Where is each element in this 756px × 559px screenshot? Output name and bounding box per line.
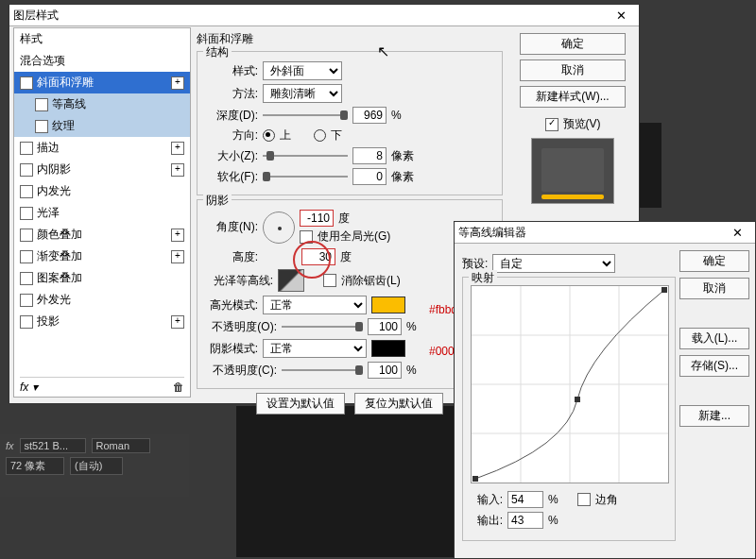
- curve-input-field[interactable]: [507, 491, 543, 508]
- outer-glow-item[interactable]: 外发光: [14, 289, 190, 311]
- hilite-color-swatch[interactable]: [371, 296, 405, 313]
- checkbox-icon[interactable]: [20, 142, 33, 155]
- fx-icon[interactable]: fx ▾: [20, 381, 38, 394]
- styles-list: 样式 混合选项 斜面和浮雕+ 等高线 纹理 描边+ 内阴影+ 内发光 光泽 颜色…: [13, 27, 191, 398]
- texture-item[interactable]: 纹理: [14, 115, 190, 137]
- plus-icon[interactable]: +: [171, 229, 184, 242]
- depth-input[interactable]: [352, 107, 387, 124]
- preview-checkbox[interactable]: [545, 118, 558, 131]
- satin-item[interactable]: 光泽: [14, 202, 190, 224]
- close-icon[interactable]: ✕: [607, 8, 635, 23]
- color-overlay-item[interactable]: 颜色叠加+: [14, 224, 190, 246]
- checkbox-icon[interactable]: [20, 185, 33, 198]
- svg-rect-6: [472, 476, 478, 482]
- corner-checkbox[interactable]: [577, 493, 591, 506]
- curve-output-field[interactable]: [507, 512, 543, 529]
- technique-select[interactable]: 雕刻清晰: [263, 84, 342, 103]
- window-title: 图层样式: [13, 8, 607, 24]
- contour-editor-dialog: 等高线编辑器 ✕ 预设:自定 映射 输入:%边角 输出:% 确定 取消 载入(L…: [454, 221, 756, 559]
- preset-select[interactable]: 自定: [492, 254, 615, 273]
- pattern-overlay-item[interactable]: 图案叠加: [14, 267, 190, 289]
- style-select[interactable]: 外斜面: [263, 61, 342, 80]
- size-slider[interactable]: [263, 149, 348, 162]
- fx-icon[interactable]: fx: [6, 440, 14, 451]
- font-weight-select[interactable]: Roman: [92, 438, 150, 453]
- direction-down-radio[interactable]: [314, 129, 326, 142]
- inner-shadow-item[interactable]: 内阴影+: [14, 159, 190, 180]
- plus-icon[interactable]: +: [171, 250, 184, 263]
- size-input[interactable]: [352, 147, 387, 164]
- curve-canvas[interactable]: [471, 285, 669, 483]
- titlebar: 图层样式 ✕: [9, 5, 639, 26]
- hilite-opacity-slider[interactable]: [282, 320, 363, 333]
- plus-icon[interactable]: +: [171, 142, 184, 155]
- plus-icon[interactable]: +: [171, 76, 184, 90]
- gradient-overlay-item[interactable]: 渐变叠加+: [14, 246, 190, 267]
- svg-rect-7: [575, 397, 580, 402]
- contour-item[interactable]: 等高线: [14, 93, 190, 115]
- soften-slider[interactable]: [263, 170, 348, 183]
- font-family-select[interactable]: st521 B...: [20, 438, 86, 453]
- checkbox-icon[interactable]: [20, 250, 33, 263]
- structure-group: 结构 样式:外斜面 方法:雕刻清晰 深度(D):% 方向:上下 大小(Z):像素…: [197, 51, 503, 195]
- ok-button[interactable]: 确定: [520, 33, 626, 55]
- set-default-button[interactable]: 设置为默认值: [256, 393, 345, 415]
- hilite-mode-select[interactable]: 正常: [263, 296, 367, 314]
- svg-rect-8: [662, 287, 667, 293]
- checkbox-icon[interactable]: [35, 98, 48, 111]
- new-style-button[interactable]: 新建样式(W)...: [520, 86, 626, 108]
- antialias-checkbox[interactable]: [323, 274, 336, 287]
- soften-input[interactable]: [352, 168, 387, 185]
- checkbox-icon[interactable]: [35, 120, 48, 133]
- cancel-button[interactable]: 取消: [520, 59, 626, 81]
- plus-icon[interactable]: +: [171, 315, 184, 329]
- mapping-group: 映射 输入:%边角 输出:%: [462, 277, 676, 541]
- checkbox-icon[interactable]: [20, 76, 33, 90]
- annotation-circle: [293, 241, 331, 279]
- cancel-button[interactable]: 取消: [679, 278, 749, 299]
- aa-select[interactable]: (自动): [70, 457, 123, 475]
- inner-glow-item[interactable]: 内发光: [14, 180, 190, 202]
- load-button[interactable]: 载入(L)...: [679, 328, 749, 349]
- char-panel: fx st521 B... Roman 72 像素 (自动): [0, 434, 189, 497]
- angle-dial[interactable]: [263, 212, 295, 244]
- trash-icon[interactable]: 🗑: [173, 381, 184, 394]
- checkbox-icon[interactable]: [20, 163, 33, 177]
- bevel-emboss-item[interactable]: 斜面和浮雕+: [14, 72, 190, 93]
- shadow-opacity-input[interactable]: [368, 362, 402, 379]
- plus-icon[interactable]: +: [171, 163, 184, 177]
- close-icon[interactable]: ✕: [723, 226, 751, 240]
- ok-button[interactable]: 确定: [679, 250, 749, 272]
- angle-input[interactable]: [300, 210, 334, 227]
- checkbox-icon[interactable]: [20, 229, 33, 242]
- window-title: 等高线编辑器: [458, 225, 723, 241]
- checkbox-icon[interactable]: [20, 294, 33, 307]
- direction-up-radio[interactable]: [263, 129, 275, 142]
- preview-thumbnail: [531, 138, 614, 204]
- shadow-opacity-slider[interactable]: [282, 364, 363, 377]
- new-button[interactable]: 新建...: [679, 405, 749, 427]
- bevel-title: 斜面和浮雕: [197, 31, 503, 47]
- shadow-color-swatch[interactable]: [371, 340, 405, 357]
- cursor-icon: ↖: [377, 42, 389, 60]
- checkbox-icon[interactable]: [20, 315, 33, 329]
- styles-header[interactable]: 样式: [14, 28, 190, 50]
- shadow-mode-select[interactable]: 正常: [263, 339, 367, 358]
- blend-options-item[interactable]: 混合选项: [14, 50, 190, 72]
- drop-shadow-item[interactable]: 投影+: [14, 311, 190, 332]
- depth-slider[interactable]: [263, 109, 348, 122]
- hilite-opacity-input[interactable]: [368, 318, 402, 335]
- save-button[interactable]: 存储(S)...: [679, 355, 749, 377]
- checkbox-icon[interactable]: [20, 207, 33, 220]
- stroke-item[interactable]: 描边+: [14, 137, 190, 159]
- font-size-select[interactable]: 72 像素: [6, 457, 64, 475]
- checkbox-icon[interactable]: [20, 272, 33, 285]
- reset-default-button[interactable]: 复位为默认值: [354, 393, 443, 415]
- titlebar: 等高线编辑器 ✕: [455, 222, 755, 244]
